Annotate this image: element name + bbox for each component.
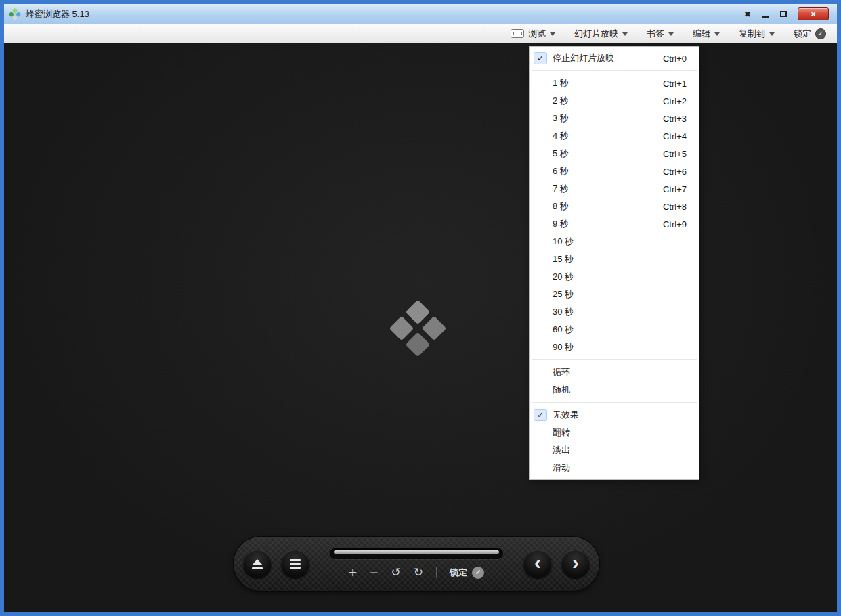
menu-item-15s[interactable]: 15 秒 — [530, 250, 699, 268]
divider — [436, 567, 437, 578]
edit-label: 编辑 — [693, 28, 710, 40]
chevron-down-icon — [668, 32, 674, 36]
menu-item-no-effect[interactable]: ✓ 无效果 — [530, 406, 699, 424]
osd-lock-toggle[interactable]: 锁定 ✓ — [450, 567, 484, 579]
bookmarks-label: 书签 — [647, 28, 664, 40]
slideshow-dropdown-menu: ✓ 停止幻灯片放映 Ctrl+0 1 秒 Ctrl+1 2 秒 Ctrl+2 3… — [529, 46, 699, 480]
chevron-right-icon: › — [572, 552, 579, 573]
close-button[interactable]: × — [798, 7, 829, 20]
chevron-down-icon — [769, 32, 775, 36]
osd-buttons-row: + − ↺ ↻ 锁定 ✓ — [330, 565, 503, 579]
menu-item-6s[interactable]: 6 秒 Ctrl+6 — [530, 162, 699, 180]
check-badge-icon: ✓ — [815, 28, 826, 39]
menu-item-stop-slideshow[interactable]: ✓ 停止幻灯片放映 Ctrl+0 — [530, 49, 699, 67]
bookmarks-menu-button[interactable]: 书签 — [647, 28, 674, 40]
check-badge-icon: ✓ — [472, 567, 484, 579]
app-window: 蜂蜜浏览器 5.13 ✖ × 浏览 幻灯片放映 书签 编辑 复制到 — [0, 0, 841, 616]
minimize-button[interactable] — [762, 16, 769, 18]
menu-item-60s[interactable]: 60 秒 — [530, 321, 699, 338]
chevron-down-icon — [622, 32, 628, 36]
window-title: 蜂蜜浏览器 5.13 — [26, 8, 89, 20]
copy-to-menu-button[interactable]: 复制到 — [739, 28, 775, 40]
menu-item-7s[interactable]: 7 秒 Ctrl+7 — [530, 180, 699, 198]
slideshow-menu-button[interactable]: 幻灯片放映 — [574, 28, 628, 40]
browse-label: 浏览 — [528, 28, 546, 40]
menu-item-30s[interactable]: 30 秒 — [530, 303, 699, 321]
title-bar: 蜂蜜浏览器 5.13 ✖ × — [4, 4, 837, 24]
osd-lock-label: 锁定 — [450, 567, 467, 579]
menu-separator — [532, 70, 697, 71]
chevron-down-icon — [714, 32, 720, 36]
app-watermark-logo — [389, 300, 447, 357]
menu-item-flip[interactable]: 翻转 — [530, 424, 699, 441]
menu-item-10s[interactable]: 10 秒 — [530, 233, 699, 250]
zoom-out-button[interactable]: − — [370, 565, 378, 579]
lock-label: 锁定 — [794, 28, 811, 40]
rotate-left-button[interactable]: ↺ — [391, 567, 401, 578]
rotate-right-button[interactable]: ↻ — [414, 567, 423, 578]
next-image-button[interactable]: › — [561, 550, 590, 578]
menu-item-5s[interactable]: 5 秒 Ctrl+5 — [530, 145, 699, 162]
maximize-button[interactable] — [780, 11, 787, 17]
menu-separator — [532, 402, 697, 403]
view-mode-icon — [511, 29, 524, 38]
menu-item-slide[interactable]: 滑动 — [530, 459, 699, 477]
check-icon: ✓ — [534, 52, 547, 64]
check-icon: ✓ — [534, 409, 547, 421]
menu-item-1s[interactable]: 1 秒 Ctrl+1 — [530, 74, 699, 92]
zoom-in-button[interactable]: + — [349, 565, 357, 579]
window-controls: ✖ × — [744, 7, 832, 20]
eject-icon — [252, 559, 263, 565]
previous-image-button[interactable]: ‹ — [523, 550, 552, 578]
menu-button[interactable] — [281, 550, 309, 578]
menu-separator — [532, 359, 697, 360]
chevron-left-icon: ‹ — [534, 552, 541, 573]
menu-item-fade[interactable]: 淡出 — [530, 441, 699, 459]
menu-item-8s[interactable]: 8 秒 Ctrl+8 — [530, 198, 699, 215]
menu-item-2s[interactable]: 2 秒 Ctrl+2 — [530, 92, 699, 110]
pin-button[interactable]: ✖ — [744, 10, 751, 18]
position-slider[interactable] — [330, 548, 503, 559]
slider-track-fill — [334, 550, 499, 554]
chevron-down-icon — [550, 32, 555, 36]
browse-menu-button[interactable]: 浏览 — [511, 28, 555, 40]
menu-item-3s[interactable]: 3 秒 Ctrl+3 — [530, 110, 699, 127]
open-file-button[interactable] — [243, 550, 272, 578]
app-logo-icon — [9, 7, 22, 20]
menu-item-loop[interactable]: 循环 — [530, 364, 699, 381]
slideshow-label: 幻灯片放映 — [574, 28, 618, 40]
osd-control-bar: + − ↺ ↻ 锁定 ✓ ‹ › — [234, 537, 599, 591]
menu-item-4s[interactable]: 4 秒 Ctrl+4 — [530, 127, 699, 145]
osd-middle: + − ↺ ↻ 锁定 ✓ — [319, 548, 514, 579]
lock-toggle[interactable]: 锁定 ✓ — [794, 28, 826, 40]
menu-item-20s[interactable]: 20 秒 — [530, 268, 699, 286]
copy-to-label: 复制到 — [739, 28, 765, 40]
menu-item-25s[interactable]: 25 秒 — [530, 286, 699, 303]
main-toolbar: 浏览 幻灯片放映 书签 编辑 复制到 锁定 ✓ — [4, 24, 837, 43]
menu-item-9s[interactable]: 9 秒 Ctrl+9 — [530, 215, 699, 233]
menu-item-random[interactable]: 随机 — [530, 381, 699, 399]
hamburger-icon — [290, 559, 301, 561]
edit-menu-button[interactable]: 编辑 — [693, 28, 720, 40]
menu-item-90s[interactable]: 90 秒 — [530, 338, 699, 356]
